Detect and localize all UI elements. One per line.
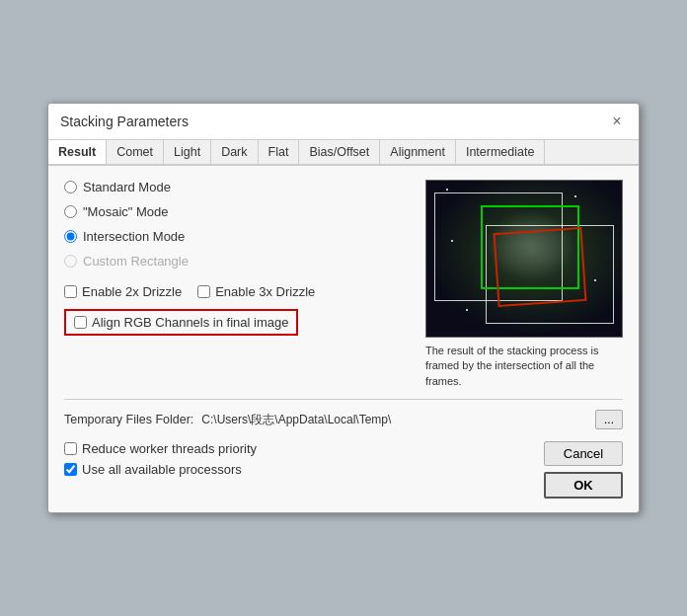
tab-result[interactable]: Result [48,140,107,166]
enable-3x-drizzle-checkbox[interactable] [197,285,210,298]
temp-folder-label: Temporary Files Folder: [64,413,193,426]
dialog-content: Standard Mode "Mosaic" Mode Intersection… [48,166,639,512]
align-rgb-label: Align RGB Channels in final image [92,315,288,330]
intersection-mode-radio[interactable] [64,230,77,243]
standard-mode-option[interactable]: Standard Mode [64,180,412,194]
star-1 [446,189,448,191]
tab-comet[interactable]: Comet [107,140,164,164]
enable-3x-drizzle-item[interactable]: Enable 3x Drizzle [197,284,315,299]
mode-radio-group: Standard Mode "Mosaic" Mode Intersection… [64,180,412,269]
left-panel: Standard Mode "Mosaic" Mode Intersection… [64,180,412,389]
align-rgb-box: Align RGB Channels in final image [64,309,298,336]
star-2 [574,195,576,197]
custom-rectangle-radio [64,255,77,268]
tab-alignment[interactable]: Alignment [380,140,456,164]
tab-light[interactable]: Light [164,140,211,164]
intersection-mode-option[interactable]: Intersection Mode [64,229,412,244]
tab-flat[interactable]: Flat [259,140,300,164]
standard-mode-radio[interactable] [64,181,77,193]
tab-bar: ResultCometLightDarkFlatBias/OffsetAlign… [48,140,639,166]
divider-1 [64,399,623,400]
close-button[interactable]: × [607,112,627,131]
ok-button[interactable]: OK [544,472,623,499]
use-all-processors-checkbox[interactable] [64,463,77,476]
main-area: Standard Mode "Mosaic" Mode Intersection… [64,180,623,389]
standard-mode-label: Standard Mode [83,180,171,194]
enable-3x-drizzle-label: Enable 3x Drizzle [215,284,315,299]
custom-rectangle-label: Custom Rectangle [83,254,189,269]
star-4 [466,309,468,311]
reduce-threads-checkbox[interactable] [64,442,77,455]
mosaic-mode-label: "Mosaic" Mode [83,204,169,219]
bottom-checkboxes: Reduce worker threads priority Use all a… [64,441,528,477]
align-rgb-checkbox[interactable] [74,316,87,329]
cancel-button[interactable]: Cancel [544,441,623,466]
action-buttons: Cancel OK [544,441,623,499]
enable-2x-drizzle-item[interactable]: Enable 2x Drizzle [64,284,182,299]
mosaic-mode-radio[interactable] [64,205,77,218]
bottom-section: Reduce worker threads priority Use all a… [64,441,623,499]
red-rect [493,227,586,307]
temp-folder-path: C:\Users\段志\AppData\Local\Temp\ [201,412,587,428]
enable-2x-drizzle-checkbox[interactable] [64,285,77,298]
tab-dark[interactable]: Dark [211,140,258,164]
reduce-threads-item[interactable]: Reduce worker threads priority [64,441,528,456]
enable-2x-drizzle-label: Enable 2x Drizzle [82,284,182,299]
reduce-threads-label: Reduce worker threads priority [82,441,257,456]
custom-rectangle-option: Custom Rectangle [64,254,412,269]
tab-intermediate[interactable]: Intermediate [456,140,545,164]
use-all-processors-item[interactable]: Use all available processors [64,462,528,477]
stacking-parameters-dialog: Stacking Parameters × ResultCometLightDa… [47,103,640,513]
align-rgb-item[interactable]: Align RGB Channels in final image [74,315,288,330]
mosaic-mode-option[interactable]: "Mosaic" Mode [64,204,412,219]
preview-image [425,180,623,338]
intersection-mode-label: Intersection Mode [83,229,185,244]
right-panel: The result of the stacking process is fr… [425,180,623,389]
tab-bias-offset[interactable]: Bias/Offset [299,140,380,164]
preview-caption: The result of the stacking process is fr… [425,344,623,389]
title-bar: Stacking Parameters × [48,104,639,140]
dialog-title: Stacking Parameters [60,114,189,129]
drizzle-row: Enable 2x Drizzle Enable 3x Drizzle [64,284,412,299]
browse-button[interactable]: ... [595,410,623,429]
temp-folder-row: Temporary Files Folder: C:\Users\段志\AppD… [64,410,623,429]
use-all-processors-label: Use all available processors [82,462,242,477]
